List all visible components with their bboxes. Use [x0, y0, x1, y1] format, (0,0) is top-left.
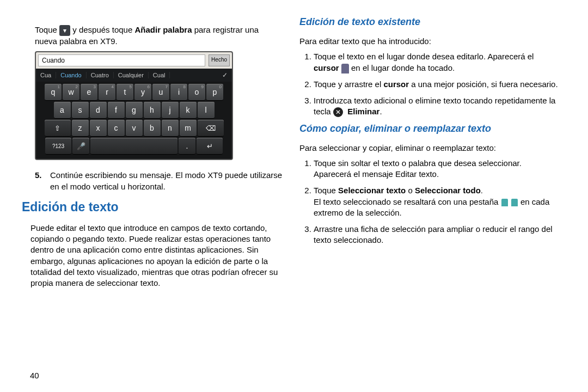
kb-mic-key[interactable]: 🎤 — [72, 138, 89, 154]
kb-key[interactable]: e3 — [81, 84, 97, 100]
kb-enter-key[interactable]: ↵ — [197, 138, 223, 154]
keyboard-figure: Cuando Hecho Cua Cuando Cuatro Cualquier… — [35, 51, 233, 160]
kb-key[interactable]: v — [126, 120, 143, 136]
text: y después toque — [72, 25, 134, 34]
left-column: Toque ▾ y después toque Añadir palabra p… — [22, 16, 283, 293]
subsection-heading: Edición de texto existente — [299, 16, 561, 28]
kb-key[interactable]: h — [144, 102, 161, 118]
intro-line: Para editar texto que ha introducido: — [299, 36, 561, 47]
kb-key[interactable]: b — [144, 120, 161, 136]
list-item: Toque sin soltar el texto o palabra que … — [314, 158, 561, 180]
kb-key[interactable]: n — [162, 120, 179, 136]
kb-key[interactable]: l — [198, 102, 215, 118]
kb-key[interactable]: t5 — [117, 84, 133, 100]
list-item: Toque Seleccionar texto o Seleccionar to… — [314, 185, 561, 218]
section-para: Puede editar el texto que introduce en c… — [22, 223, 283, 289]
kb-suggestion[interactable]: Cual — [149, 72, 170, 78]
kb-key[interactable]: o9 — [188, 84, 205, 100]
intro-para: Toque ▾ y después toque Añadir palabra p… — [22, 24, 283, 47]
kb-key[interactable]: q1 — [45, 84, 62, 100]
kb-key[interactable]: a — [54, 102, 71, 118]
right-column: Edición de texto existente Para editar t… — [299, 16, 561, 293]
kb-key[interactable]: d — [90, 102, 107, 118]
kb-key[interactable]: g — [126, 102, 143, 118]
intro-line: Para seleccionar y copiar, eliminar o re… — [299, 143, 561, 154]
kb-key[interactable]: i8 — [170, 84, 187, 100]
kb-sym-key[interactable]: ?123 — [45, 138, 71, 154]
list-item: Arrastre una ficha de selección para amp… — [314, 224, 561, 246]
list-number: 5. — [35, 170, 45, 192]
selection-handle-icon — [501, 199, 508, 206]
kb-key[interactable]: y6 — [134, 84, 151, 100]
kb-key[interactable]: u7 — [152, 84, 169, 100]
kb-key[interactable]: s — [72, 102, 89, 118]
bold-text: Añadir palabra — [134, 25, 192, 34]
delete-icon: ✕ — [333, 107, 343, 117]
kb-key[interactable]: w2 — [63, 84, 79, 100]
kb-key[interactable]: r4 — [99, 84, 115, 100]
kb-key[interactable]: f — [108, 102, 125, 118]
kb-suggestion[interactable]: Cua — [36, 72, 56, 78]
kb-shift-key[interactable]: ⇧ — [45, 120, 71, 136]
kb-key[interactable]: k — [180, 102, 197, 118]
text: Toque — [35, 25, 59, 34]
list-item: Toque y arrastre el cursor a una mejor p… — [314, 79, 561, 90]
kb-key[interactable]: c — [108, 120, 125, 136]
kb-row-2: asdfghjkl — [37, 102, 231, 118]
subsection-heading: Cómo copiar, eliminar o reemplazar texto — [299, 123, 561, 134]
kb-row-4: ?123 🎤 . ↵ — [37, 138, 231, 154]
kb-period-key[interactable]: . — [179, 138, 195, 154]
kb-input-field[interactable]: Cuando — [38, 54, 205, 66]
list-item: Introduzca texto adicional o elimine tex… — [314, 95, 561, 118]
step-5: 5. Continúe escribiendo su mensaje. El m… — [22, 170, 283, 192]
kb-space-key[interactable] — [90, 138, 177, 154]
kb-key[interactable]: z — [72, 120, 89, 136]
kb-done-button[interactable]: Hecho — [209, 54, 230, 66]
kb-key[interactable]: x — [90, 120, 107, 136]
kb-suggestion[interactable]: Cuatro — [87, 72, 114, 78]
kb-key[interactable]: p0 — [206, 84, 223, 100]
kb-row-3: ⇧ zxcvbnm ⌫ — [37, 120, 231, 136]
kb-key[interactable]: m — [180, 120, 197, 136]
page-number: 40 — [30, 371, 39, 380]
step-text: Continúe escribiendo su mensaje. El modo… — [50, 170, 283, 192]
kb-key[interactable]: j — [162, 102, 179, 118]
section-heading: Edición de texto — [22, 200, 283, 215]
selection-handle-icon — [511, 199, 518, 206]
kb-suggestion[interactable]: Cuando — [56, 72, 87, 78]
kb-suggestion[interactable]: Cualquier — [114, 72, 149, 78]
down-arrow-icon: ▾ — [59, 25, 70, 36]
list-item: Toque el texto en el lugar donde desea e… — [314, 51, 561, 74]
kb-row-1: q1w2e3r4t5y6u7i8o9p0 — [37, 84, 231, 100]
kb-check-icon[interactable]: ✓ — [218, 71, 232, 79]
kb-suggestion-bar: Cua Cuando Cuatro Cualquier Cual ✓ — [36, 69, 232, 82]
kb-backspace-key[interactable]: ⌫ — [198, 120, 224, 136]
ordered-list-a: Toque el texto en el lugar donde desea e… — [299, 51, 561, 117]
cursor-icon — [341, 64, 349, 74]
ordered-list-b: Toque sin soltar el texto o palabra que … — [299, 158, 561, 246]
